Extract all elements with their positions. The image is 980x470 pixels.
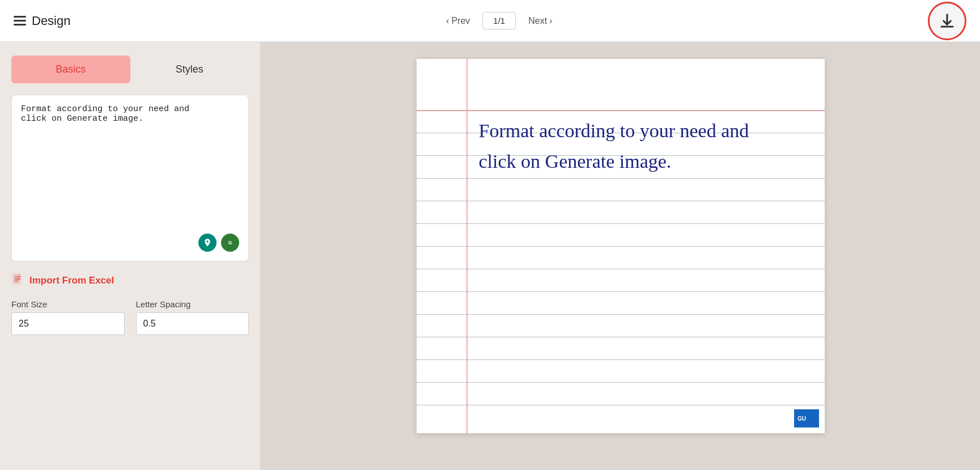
ruled-line bbox=[417, 359, 825, 360]
watermark-logo: GU bbox=[793, 408, 820, 429]
grammarly-button[interactable]: G bbox=[221, 234, 239, 252]
pin-icon bbox=[203, 238, 212, 247]
prev-label: Prev bbox=[451, 16, 470, 26]
ruled-line bbox=[417, 337, 825, 337]
letter-spacing-label: Letter Spacing bbox=[136, 299, 249, 309]
grammarly-icon: G bbox=[225, 238, 235, 248]
handwriting-line-1: Format according to your need and bbox=[479, 116, 808, 146]
main-content: Basics Styles Format according to your n… bbox=[0, 42, 980, 470]
ruled-line bbox=[417, 110, 825, 111]
next-arrow-icon: › bbox=[549, 16, 552, 26]
tab-styles[interactable]: Styles bbox=[130, 56, 249, 83]
ruled-line bbox=[417, 291, 825, 292]
font-size-input[interactable] bbox=[11, 312, 125, 335]
svg-text:G: G bbox=[228, 240, 232, 245]
font-size-group: Font Size bbox=[11, 299, 125, 335]
watermark-icon: GU bbox=[795, 410, 818, 426]
import-excel-button[interactable]: Import From Excel bbox=[11, 273, 249, 288]
header-right bbox=[928, 2, 966, 40]
prev-button[interactable]: ‹ Prev bbox=[440, 12, 476, 29]
textarea-icon-bar: G bbox=[21, 234, 239, 252]
pin-button[interactable] bbox=[198, 234, 217, 252]
ruled-line bbox=[417, 269, 825, 269]
canvas-area: Format according to your need and click … bbox=[261, 42, 980, 470]
page-indicator: 1/1 bbox=[482, 12, 516, 29]
ruled-line bbox=[417, 382, 825, 383]
sidebar: Basics Styles Format according to your n… bbox=[0, 42, 261, 470]
font-size-label: Font Size bbox=[11, 299, 125, 309]
text-input-area: Format according to your need and click … bbox=[11, 95, 249, 261]
handwriting-line-2: click on Generate image. bbox=[479, 146, 808, 177]
handwriting-content: Format according to your need and click … bbox=[479, 116, 808, 177]
ruled-line bbox=[417, 405, 825, 405]
download-icon bbox=[939, 12, 956, 29]
notebook-paper: Format according to your need and click … bbox=[417, 59, 825, 433]
font-controls: Font Size Letter Spacing bbox=[11, 299, 249, 335]
svg-text:GU: GU bbox=[797, 416, 806, 422]
ruled-line bbox=[417, 223, 825, 224]
header: Design ‹ Prev 1/1 Next › bbox=[0, 0, 980, 42]
ruled-line bbox=[417, 201, 825, 201]
letter-spacing-input[interactable] bbox=[136, 312, 249, 335]
ruled-line bbox=[417, 246, 825, 247]
menu-icon[interactable] bbox=[14, 16, 26, 26]
file-icon bbox=[11, 273, 24, 285]
header-left: Design bbox=[14, 14, 70, 28]
download-button[interactable] bbox=[928, 2, 966, 40]
tab-basics[interactable]: Basics bbox=[11, 56, 130, 83]
import-excel-icon bbox=[11, 273, 24, 288]
import-excel-label: Import From Excel bbox=[29, 275, 114, 286]
next-label: Next bbox=[528, 16, 547, 26]
prev-arrow-icon: ‹ bbox=[446, 16, 449, 26]
ruled-line bbox=[417, 178, 825, 179]
letter-spacing-group: Letter Spacing bbox=[136, 299, 249, 335]
ruled-line bbox=[417, 314, 825, 315]
tab-bar: Basics Styles bbox=[11, 56, 249, 83]
next-button[interactable]: Next › bbox=[523, 12, 558, 29]
content-textarea[interactable]: Format according to your need and click … bbox=[21, 104, 239, 229]
app-title: Design bbox=[32, 14, 70, 28]
pagination-controls: ‹ Prev 1/1 Next › bbox=[440, 12, 558, 29]
